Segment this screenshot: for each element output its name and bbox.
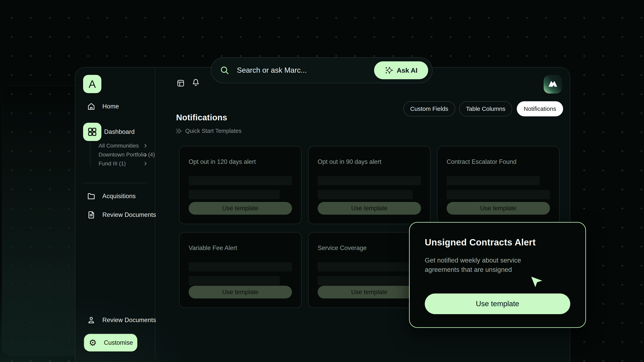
use-template-button[interactable]: Use template <box>189 286 292 299</box>
sidebar-item-home[interactable]: Home <box>87 100 119 112</box>
customise-label: Customise <box>104 339 133 346</box>
sparkle-icon <box>385 66 394 75</box>
dashboard-grid-icon <box>83 123 101 141</box>
chevron-right-icon[interactable] <box>143 143 148 148</box>
use-template-button-featured[interactable]: Use template <box>425 294 570 314</box>
sidebar-item-acquisitions[interactable]: Acquisitions <box>87 190 136 202</box>
workspace-avatar-letter: A <box>89 78 96 90</box>
ask-ai-button[interactable]: Ask AI <box>374 61 428 79</box>
tab-custom-fields[interactable]: Custom Fields <box>403 101 455 116</box>
tab-notifications[interactable]: Notifications <box>517 101 563 116</box>
template-card-contract-escalator: Contract Escalator Found Use template <box>437 146 560 224</box>
chevron-right-icon[interactable] <box>143 152 148 157</box>
sidebar-section-divider <box>83 183 148 183</box>
quick-start-templates: Quick Start Templates <box>176 128 242 134</box>
skeleton-bar <box>318 262 421 272</box>
company-logo[interactable] <box>544 75 562 93</box>
use-template-button[interactable]: Use template <box>318 202 421 215</box>
mountain-m-logo-icon <box>547 79 558 90</box>
page-title: Notifications <box>176 113 227 122</box>
skeleton-bar <box>318 190 413 199</box>
sidebar-item-label: Acquisitions <box>102 193 136 200</box>
skeleton-bar <box>318 276 421 285</box>
template-card-opt-out-120: Opt out in 120 days alert Use template <box>179 146 302 224</box>
skeleton-bar <box>189 190 280 199</box>
use-template-button[interactable]: Use template <box>318 286 421 299</box>
sidebar-item-review-documents[interactable]: Review Documents <box>87 209 156 221</box>
skeleton-bar <box>189 276 280 285</box>
document-icon <box>87 211 96 219</box>
template-card-title: Service Coverage <box>318 244 421 252</box>
quick-start-templates-label: Quick Start Templates <box>185 128 242 134</box>
app-window: A Home Dashboard All Communities Downto <box>75 67 570 362</box>
ask-ai-label: Ask AI <box>397 66 418 74</box>
workspace-avatar[interactable]: A <box>83 75 101 93</box>
chevron-right-icon[interactable] <box>143 161 148 166</box>
bell-icon[interactable] <box>192 78 200 87</box>
skeleton-bar <box>189 262 292 272</box>
folder-icon <box>87 192 96 201</box>
template-card-variable-fee: Variable Fee Alert Use template <box>179 232 302 308</box>
sidebar-item-label: Home <box>102 103 119 110</box>
sidebar-subitem-fund-iii[interactable]: Fund III (1) <box>98 161 126 167</box>
featured-card-title: Unsigned Contracts Alert <box>425 237 570 248</box>
sparkle-icon <box>176 128 182 134</box>
home-icon <box>87 102 96 111</box>
sidebar-item-label: Dashboard <box>104 128 134 135</box>
sidebar-item-label: Review Documents <box>102 317 156 324</box>
tab-table-columns[interactable]: Table Columns <box>459 101 512 116</box>
template-card-opt-out-90: Opt out in 90 days alert Use template <box>308 146 430 224</box>
cursor-pointer-icon <box>530 275 544 289</box>
sidebar-subitem-all-communities[interactable]: All Communities <box>98 143 139 149</box>
template-card-title: Opt out in 120 days alert <box>189 158 292 165</box>
tab-label: Notifications <box>524 105 556 112</box>
skeleton-bar <box>447 176 540 185</box>
global-search-bar: Ask AI <box>211 57 432 83</box>
submenu-label: Fund III (1) <box>98 160 126 167</box>
template-card-title: Contract Escalator Found <box>447 158 550 165</box>
search-input[interactable] <box>236 66 374 75</box>
sidebar-item-label: Review Documents <box>102 211 156 218</box>
gear-icon: ⚙ <box>89 338 96 347</box>
featured-card-unsigned-contracts: Unsigned Contracts Alert Get notified we… <box>409 222 586 328</box>
submenu-indent-line <box>90 142 90 166</box>
tab-label: Table Columns <box>466 105 505 112</box>
customise-button[interactable]: ⚙ Customise <box>84 334 138 352</box>
person-icon <box>87 316 96 325</box>
submenu-label: All Communities <box>98 143 139 149</box>
featured-card-description: Get notified weekly about service agreem… <box>425 256 556 274</box>
search-icon <box>220 65 230 75</box>
template-card-title: Variable Fee Alert <box>189 244 292 252</box>
use-template-button[interactable]: Use template <box>189 202 292 215</box>
tab-label: Custom Fields <box>410 105 448 112</box>
skeleton-bar <box>318 176 421 185</box>
skeleton-bar <box>189 176 292 185</box>
template-card-title: Opt out in 90 days alert <box>318 158 421 165</box>
sidebar-item-profile-review-documents[interactable]: Review Documents <box>87 314 156 326</box>
sidebar-item-dashboard[interactable]: Dashboard <box>83 123 134 141</box>
skeleton-bar <box>447 190 550 199</box>
layout-panel-icon[interactable] <box>176 79 185 87</box>
use-template-button[interactable]: Use template <box>447 202 550 215</box>
